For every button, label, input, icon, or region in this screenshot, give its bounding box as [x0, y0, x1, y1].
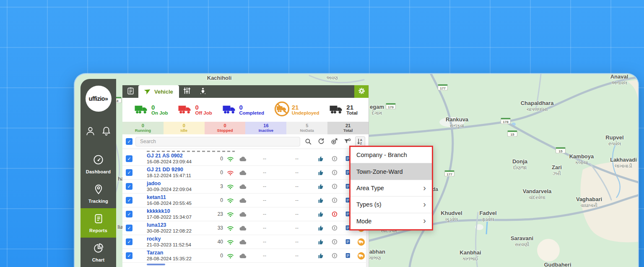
count-value: 0 [195, 104, 212, 111]
row-checkbox[interactable]: ✓ [126, 252, 132, 259]
count-undeployed[interactable]: 21Undeployed [274, 101, 319, 118]
add-icon[interactable] [329, 136, 339, 147]
menu-item-company-branch[interactable]: Company - Branch [351, 147, 432, 163]
sidebar-item-label: Tracking [88, 199, 108, 204]
map-label-name: Rupvel [605, 134, 623, 141]
gauge-icon[interactable] [329, 197, 340, 204]
count-total[interactable]: 21Total [329, 104, 358, 116]
tab-job-list[interactable] [122, 85, 138, 98]
gauge-icon[interactable] [329, 211, 340, 217]
count-text: 0Completed [239, 104, 264, 116]
thumbs-up-icon[interactable] [314, 225, 327, 232]
sort-az-icon[interactable]: AZ [355, 136, 365, 147]
gauge-icon[interactable] [329, 183, 340, 190]
vehicle-name-link[interactable]: GJ 21 DD 9290 [147, 167, 209, 173]
wifi-signal-icon [225, 155, 236, 162]
clipboard-icon [127, 87, 135, 97]
map-label-name: Fadvel [479, 210, 496, 217]
vehicle-mode-badge-icon[interactable] [356, 252, 366, 260]
sidebar-item-reports[interactable]: Reports [80, 208, 116, 238]
map-label-local: કંબોયા [569, 160, 594, 166]
thumbs-up-icon[interactable] [314, 155, 327, 162]
vehicle-name-link[interactable]: kkkkkk10 [147, 208, 209, 214]
sidebar-item-tracking[interactable]: Tracking [80, 179, 116, 208]
table-row: ✓Tarzan28-08-2024 15:35:220---- [122, 249, 369, 263]
vehicle-name-link[interactable]: luna123 [147, 222, 209, 228]
strip-value: 21 [345, 123, 351, 128]
row-checkbox[interactable]: ✓ [126, 197, 132, 204]
vehicle-mode-badge-icon[interactable] [356, 238, 366, 246]
gauge-icon[interactable] [329, 252, 340, 259]
sidebar-item-dashboard[interactable]: Dashboard [80, 149, 116, 179]
tab-stops[interactable] [195, 85, 211, 98]
map-label-local: વાંદરવેલા [523, 195, 552, 201]
strip-total[interactable]: 21Total [327, 122, 369, 134]
cloud-icon [237, 239, 248, 245]
menu-item-town-zone-ward[interactable]: Town-Zone-Ward [351, 163, 432, 180]
settings-button[interactable] [354, 85, 369, 98]
select-all-checkbox[interactable]: ✓ [126, 138, 132, 145]
row-checkbox[interactable]: ✓ [126, 225, 132, 231]
menu-item-label: Town-Zone-Ward [356, 168, 403, 175]
row-checkbox[interactable]: ✓ [126, 169, 132, 176]
gauge-icon[interactable] [329, 155, 340, 162]
chevron-right-icon: › [423, 200, 426, 208]
map-label: Vandarvelaવાંદરવેલા [523, 188, 552, 201]
thumbs-up-icon[interactable] [314, 252, 327, 259]
thumbs-up-icon[interactable] [314, 169, 327, 176]
thumbs-up-icon[interactable] [314, 197, 327, 204]
sidebar-item-chart[interactable]: Chart [80, 238, 116, 267]
gauge-icon[interactable] [329, 238, 340, 245]
strip-idle[interactable]: 0Idle [164, 122, 205, 134]
search-input[interactable] [135, 137, 300, 147]
row-checkbox[interactable]: ✓ [126, 183, 132, 190]
search-icon[interactable] [303, 136, 313, 147]
vehicle-name-link[interactable]: GJ 21 AS 0902 [147, 153, 209, 159]
strip-running[interactable]: 0Running [122, 122, 164, 134]
vehicle-timestamp: 28-08-2024 15:35:22 [147, 256, 209, 262]
tune-icon [183, 87, 191, 96]
road-shield: 179 [386, 103, 396, 110]
vehicle-name-link[interactable]: jadoo [147, 181, 209, 186]
menu-item-label: Mode [356, 218, 371, 225]
thumbs-up-icon[interactable] [314, 183, 327, 190]
row-checkbox[interactable]: ✓ [126, 211, 132, 217]
count-label: On Job [151, 110, 168, 115]
map-label: Lakhavadiલાખાવાડી [610, 157, 637, 169]
menu-item-area-type[interactable]: Area Type› [351, 180, 432, 196]
refresh-icon[interactable] [316, 136, 326, 147]
vehicle-name-link[interactable]: Tarzan [147, 250, 209, 256]
map-label: da [432, 186, 438, 193]
filter-funnel-icon[interactable] [342, 136, 352, 147]
gauge-icon[interactable] [329, 169, 340, 176]
vehicle-name-link[interactable]: rocky [147, 236, 209, 242]
count-completed[interactable]: 0Completed [222, 104, 264, 116]
thumbs-up-icon[interactable] [314, 238, 327, 246]
tab-filters[interactable] [179, 85, 195, 98]
strip-stopped[interactable]: 0Stopped [205, 122, 246, 134]
thumbs-up-icon[interactable] [314, 211, 327, 218]
menu-item-mode[interactable]: Mode› [351, 213, 432, 229]
notifications-bell-icon[interactable] [101, 126, 112, 136]
menu-item-types-s[interactable]: Types (s)› [351, 196, 432, 213]
report-notes-icon[interactable] [342, 252, 354, 259]
row-checkbox[interactable]: ✓ [126, 238, 132, 245]
profile-icon[interactable] [85, 126, 96, 136]
vehicle-name-link[interactable]: ketan11 [147, 194, 209, 200]
report-notes-icon[interactable] [342, 238, 354, 245]
map-label-name: Kachiholi [207, 75, 232, 81]
person-pin-icon [199, 87, 207, 96]
vehicle-list: ✓GJ 21 AS 090216-08-2024 23:09:440----✓G… [122, 149, 369, 267]
strip-inactive[interactable]: 16Inactive [245, 122, 286, 134]
gauge-icon[interactable] [329, 225, 340, 231]
map-label: Anavalઅનાવલ [610, 74, 628, 86]
search-row: ✓ AZ [122, 134, 369, 149]
vehicle-cell: luna12330-08-2022 12:08:22 [147, 222, 209, 233]
row-checkbox[interactable]: ✓ [126, 155, 132, 162]
empty-value: -- [281, 197, 313, 203]
tab-vehicle[interactable]: Vehicle [138, 85, 179, 98]
count-off-job[interactable]: 0Off Job [178, 104, 212, 116]
strip-value: 0 [183, 123, 185, 128]
strip-nodata[interactable]: 5NoData [286, 122, 327, 134]
count-on-job[interactable]: 0On Job [134, 104, 168, 116]
